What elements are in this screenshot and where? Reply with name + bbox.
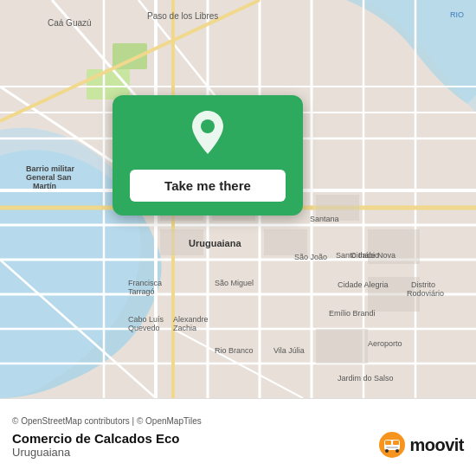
place-info: Comercio de Calcados Eco Uruguaiana [12, 431, 179, 459]
svg-rect-66 [393, 441, 399, 445]
svg-text:Quevedo: Quevedo [128, 324, 160, 332]
pin-icon [187, 111, 228, 163]
svg-text:Rodoviário: Rodoviário [407, 289, 444, 298]
svg-text:Caá Guazú: Caá Guazú [48, 18, 92, 28]
moovit-logo: moovit [378, 431, 464, 459]
svg-text:Cabo Luís: Cabo Luís [128, 315, 164, 324]
take-me-there-button[interactable]: Take me there [130, 170, 286, 202]
svg-text:Distrito: Distrito [411, 280, 435, 289]
svg-text:Alexandre: Alexandre [173, 315, 209, 324]
svg-rect-34 [316, 329, 368, 363]
svg-text:Rio Branco: Rio Branco [215, 346, 254, 355]
map-container: Caá Guazú Paso de los Libres Barrio mili… [0, 0, 476, 398]
svg-text:Cidade Alegria: Cidade Alegria [338, 280, 389, 289]
svg-text:Santana: Santana [310, 215, 339, 223]
svg-text:Zachia: Zachia [173, 324, 196, 332]
moovit-wordmark: moovit [409, 435, 464, 455]
svg-text:Tarragó: Tarragó [128, 287, 155, 296]
svg-text:General San: General San [26, 173, 72, 182]
svg-text:Francisca: Francisca [128, 279, 162, 287]
svg-rect-30 [264, 229, 307, 255]
svg-text:Santo Inácio: Santo Inácio [336, 251, 379, 260]
svg-rect-65 [385, 441, 391, 445]
svg-point-68 [396, 449, 399, 453]
svg-text:São Miguel: São Miguel [215, 279, 254, 287]
place-name: Comercio de Calcados Eco [12, 431, 179, 446]
svg-text:Vila Júlia: Vila Júlia [273, 346, 305, 355]
svg-text:Uruguaiana: Uruguaiana [189, 238, 241, 248]
svg-text:Martín: Martín [33, 182, 56, 190]
svg-point-62 [201, 119, 215, 133]
svg-point-67 [385, 449, 389, 453]
svg-text:Emílio Brandi: Emílio Brandi [329, 309, 376, 318]
bottom-content: Comercio de Calcados Eco Uruguaiana moov… [12, 431, 464, 459]
bottom-bar: © OpenStreetMap contributors | © OpenMap… [0, 398, 476, 476]
svg-text:Barrio militar: Barrio militar [26, 164, 75, 173]
svg-text:Paso de los Libres: Paso de los Libres [147, 11, 218, 21]
svg-text:São João: São João [294, 253, 327, 261]
action-card: Take me there [113, 95, 303, 215]
svg-text:Jardim do Salso: Jardim do Salso [338, 374, 394, 383]
place-city: Uruguaiana [12, 446, 179, 459]
moovit-bus-icon [378, 431, 406, 459]
map-attribution: © OpenStreetMap contributors | © OpenMap… [12, 416, 464, 426]
svg-text:RIO: RIO [450, 10, 464, 19]
svg-rect-69 [386, 447, 398, 448]
svg-text:Aeroporto: Aeroporto [368, 339, 402, 348]
